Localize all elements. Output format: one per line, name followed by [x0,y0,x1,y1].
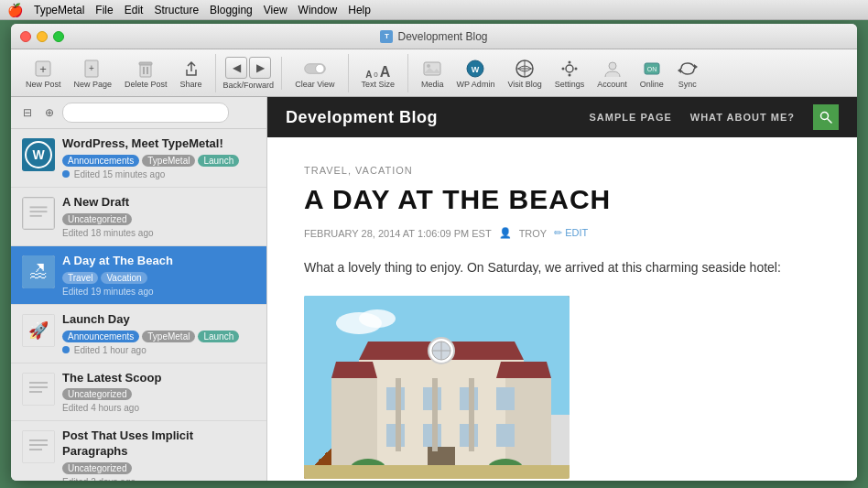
post-thumbnail [22,430,55,463]
menu-structure[interactable]: Structure [154,4,199,16]
svg-marker-58 [496,362,551,378]
window-title: Development Blog [397,30,487,43]
list-item[interactable]: The Latest Scoop Uncategorized Edited 4 … [11,363,266,422]
svg-text:+: + [39,62,47,76]
title-bar: T Development Blog [11,24,857,49]
post-title: A New Draft [62,195,255,211]
toolbar-group-post-actions: + New Post + New Page [20,54,216,92]
account-label: Account [597,80,627,89]
tag: Uncategorized [62,462,132,474]
menu-view[interactable]: View [264,4,288,16]
list-item[interactable]: 🏖 A Day at The Beach Travel Vacation Edi… [11,246,266,305]
share-button[interactable]: Share [175,54,208,92]
post-thumbnail: W [22,138,55,171]
nav-what-about[interactable]: WHAT ABOUT ME? [690,112,795,123]
menu-edit[interactable]: Edit [125,4,144,16]
new-post-label: New Post [26,80,61,89]
list-item[interactable]: A New Draft Uncategorized Edited 18 minu… [11,188,266,246]
forward-button[interactable]: ▶ [249,57,271,79]
post-meta: Edited 18 minutes ago [62,228,255,238]
close-button[interactable] [20,31,31,42]
blog-nav-links: SAMPLE PAGE WHAT ABOUT ME? [590,104,839,130]
online-button[interactable]: ON Online [635,54,669,92]
visit-blog-icon [514,58,536,80]
svg-point-21 [575,67,578,70]
post-meta: Edited 4 hours ago [62,403,255,413]
visit-blog-button[interactable]: Visit Blog [502,54,547,92]
settings-label: Settings [555,80,585,89]
post-tags: Uncategorized [62,462,255,474]
menu-window[interactable]: Window [298,4,338,16]
filter-button[interactable]: ⊟ [18,103,37,122]
post-info: Post That Uses Implicit Paragraphs Uncat… [62,428,255,481]
maximize-button[interactable] [53,31,64,42]
media-icon [421,58,443,80]
sync-icon [677,58,699,80]
post-image [304,296,570,479]
svg-rect-31 [30,206,48,208]
clear-view-button[interactable]: Clear View [289,54,340,92]
post-thumbnail [22,197,55,230]
delete-post-button[interactable]: Delete Post [119,54,173,92]
post-heading: A DAY AT THE BEACH [304,183,820,216]
svg-point-19 [569,73,571,76]
sync-button[interactable]: Sync [671,54,704,92]
new-page-button[interactable]: + New Page [69,54,118,92]
account-button[interactable]: Account [591,54,633,92]
apple-menu[interactable]: 🍎 [7,3,23,17]
tag: Launch [198,155,239,167]
menu-blogging[interactable]: Blogging [210,4,253,16]
svg-rect-72 [396,378,401,451]
svg-rect-42 [22,430,55,463]
post-meta: Edited 15 minutes ago [62,169,255,179]
minimize-button[interactable] [37,31,48,42]
nav-sample-page[interactable]: SAMPLE PAGE [590,112,672,123]
text-size-button[interactable]: A 0 A Text Size [356,54,401,92]
tag: TypeMetal [142,155,195,167]
sidebar-toolbar: ⊟ ⊕ 🔍 [11,97,266,129]
clear-view-label: Clear View [295,80,334,89]
content-area: ⊟ ⊕ 🔍 W [11,97,857,481]
back-button[interactable]: ◀ [225,57,247,79]
add-button[interactable]: ⊕ [40,103,59,122]
post-title: A Day at The Beach [62,254,255,269]
list-item[interactable]: 🚀 Launch Day Announcements TypeMetal Lau… [11,305,266,363]
search-input[interactable] [62,103,229,123]
svg-rect-40 [29,386,48,388]
post-body: What a lovely thing to enjoy. On Saturda… [304,257,820,277]
media-button[interactable]: Media [416,54,450,92]
post-tags: Announcements TypeMetal Launch [62,331,255,342]
menu-typemetal[interactable]: TypeMetal [34,4,84,16]
wp-admin-button[interactable]: W WP Admin [451,54,501,92]
post-info: WordPress, Meet TypeMetal! Announcements… [62,136,255,179]
settings-button[interactable]: Settings [549,54,591,92]
tag: TypeMetal [142,331,195,342]
svg-text:ON: ON [647,66,657,72]
svg-rect-41 [29,391,42,393]
traffic-lights [20,31,64,42]
toolbar: + New Post + New Page [11,49,857,97]
svg-marker-25 [694,64,698,70]
new-post-button[interactable]: + New Post [20,54,67,92]
list-item[interactable]: Post That Uses Implicit Paragraphs Uncat… [11,421,266,481]
svg-point-17 [566,65,573,72]
svg-rect-4 [140,64,151,77]
delete-post-icon [135,58,157,80]
blog-search-button[interactable] [813,104,839,130]
blog-title: Development Blog [286,108,438,127]
menu-file[interactable]: File [95,4,113,16]
post-meta: Edited 1 hour ago [62,345,255,355]
menu-help[interactable]: Help [348,4,371,16]
edit-link[interactable]: ✏ EDIT [554,227,588,239]
tag: Uncategorized [62,213,132,225]
menu-items: TypeMetal File Edit Structure Blogging V… [34,4,371,16]
back-forward-label: Back/Forward [223,81,275,90]
svg-rect-70 [496,424,515,447]
online-icon: ON [641,58,663,80]
window-title-area: T Development Blog [380,30,487,43]
share-icon [180,58,202,80]
list-item[interactable]: W WordPress, Meet TypeMetal! Announcemen… [11,129,266,188]
tag: Announcements [62,155,139,167]
post-thumbnail: 🚀 [22,314,55,347]
clear-view-icon [304,58,326,80]
